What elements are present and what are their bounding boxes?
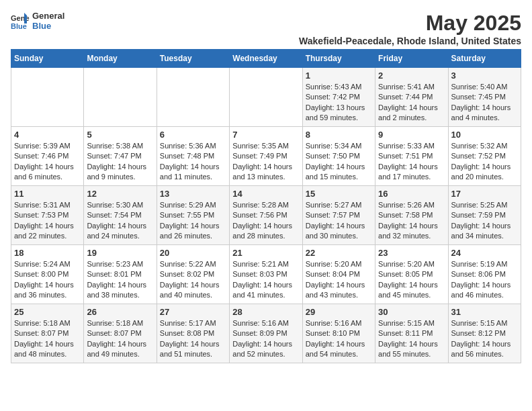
month-title: May 2025 — [299, 11, 521, 36]
day-info: Sunrise: 5:22 AMSunset: 8:02 PMDaylight:… — [160, 259, 226, 301]
day-number: 9 — [378, 130, 445, 140]
day-info: Sunrise: 5:18 AMSunset: 8:07 PMDaylight:… — [14, 318, 81, 360]
header-wednesday: Wednesday — [230, 50, 302, 68]
calendar-cell: 13Sunrise: 5:29 AMSunset: 7:55 PMDayligh… — [157, 186, 229, 245]
day-number: 7 — [232, 130, 299, 140]
day-number: 29 — [306, 307, 372, 317]
location: Wakefield-Peacedale, Rhode Island, Unite… — [299, 36, 521, 46]
calendar-cell: 28Sunrise: 5:16 AMSunset: 8:09 PMDayligh… — [230, 304, 302, 363]
calendar-cell: 4Sunrise: 5:39 AMSunset: 7:46 PMDaylight… — [11, 127, 84, 186]
day-number: 19 — [87, 248, 153, 258]
page-header: General Blue General Blue May 2025 Wakef… — [11, 11, 521, 46]
day-number: 6 — [160, 130, 226, 140]
day-number: 17 — [451, 189, 518, 199]
calendar-cell: 10Sunrise: 5:32 AMSunset: 7:52 PMDayligh… — [448, 127, 521, 186]
day-info: Sunrise: 5:35 AMSunset: 7:49 PMDaylight:… — [232, 141, 299, 183]
day-number: 16 — [378, 189, 445, 199]
calendar-cell: 23Sunrise: 5:20 AMSunset: 8:05 PMDayligh… — [375, 245, 448, 304]
week-row-1: 1Sunrise: 5:43 AMSunset: 7:42 PMDaylight… — [11, 68, 521, 127]
day-number: 11 — [14, 189, 81, 199]
calendar-cell: 21Sunrise: 5:21 AMSunset: 8:03 PMDayligh… — [230, 245, 302, 304]
calendar-cell: 2Sunrise: 5:41 AMSunset: 7:44 PMDaylight… — [375, 68, 448, 127]
day-info: Sunrise: 5:16 AMSunset: 8:10 PMDaylight:… — [306, 318, 372, 360]
day-number: 27 — [160, 307, 226, 317]
day-info: Sunrise: 5:40 AMSunset: 7:45 PMDaylight:… — [451, 82, 518, 124]
day-info: Sunrise: 5:30 AMSunset: 7:54 PMDaylight:… — [87, 200, 153, 242]
day-info: Sunrise: 5:21 AMSunset: 8:03 PMDaylight:… — [232, 259, 299, 301]
header-tuesday: Tuesday — [157, 50, 229, 68]
day-number: 15 — [306, 189, 372, 199]
calendar-cell: 20Sunrise: 5:22 AMSunset: 8:02 PMDayligh… — [157, 245, 229, 304]
week-row-4: 18Sunrise: 5:24 AMSunset: 8:00 PMDayligh… — [11, 245, 521, 304]
calendar-cell: 16Sunrise: 5:26 AMSunset: 7:58 PMDayligh… — [375, 186, 448, 245]
logo-general: General — [32, 11, 64, 21]
day-number: 24 — [451, 248, 518, 258]
week-row-5: 25Sunrise: 5:18 AMSunset: 8:07 PMDayligh… — [11, 304, 521, 363]
header-saturday: Saturday — [448, 50, 521, 68]
day-info: Sunrise: 5:25 AMSunset: 7:59 PMDaylight:… — [451, 200, 518, 242]
day-info: Sunrise: 5:29 AMSunset: 7:55 PMDaylight:… — [160, 200, 226, 242]
calendar-cell: 24Sunrise: 5:19 AMSunset: 8:06 PMDayligh… — [448, 245, 521, 304]
day-number: 21 — [232, 248, 299, 258]
day-info: Sunrise: 5:19 AMSunset: 8:06 PMDaylight:… — [451, 259, 518, 301]
header-friday: Friday — [375, 50, 448, 68]
day-number: 3 — [451, 71, 518, 81]
calendar-cell: 30Sunrise: 5:15 AMSunset: 8:11 PMDayligh… — [375, 304, 448, 363]
day-number: 14 — [232, 189, 299, 199]
header-thursday: Thursday — [302, 50, 375, 68]
calendar-cell: 31Sunrise: 5:15 AMSunset: 8:12 PMDayligh… — [448, 304, 521, 363]
day-info: Sunrise: 5:38 AMSunset: 7:47 PMDaylight:… — [87, 141, 153, 183]
calendar-cell — [230, 68, 302, 127]
title-block: May 2025 Wakefield-Peacedale, Rhode Isla… — [299, 11, 521, 46]
calendar-cell: 19Sunrise: 5:23 AMSunset: 8:01 PMDayligh… — [84, 245, 157, 304]
calendar-cell — [11, 68, 84, 127]
calendar-cell: 18Sunrise: 5:24 AMSunset: 8:00 PMDayligh… — [11, 245, 84, 304]
week-row-3: 11Sunrise: 5:31 AMSunset: 7:53 PMDayligh… — [11, 186, 521, 245]
calendar-cell: 3Sunrise: 5:40 AMSunset: 7:45 PMDaylight… — [448, 68, 521, 127]
logo: General Blue General Blue — [11, 11, 64, 31]
calendar-cell: 17Sunrise: 5:25 AMSunset: 7:59 PMDayligh… — [448, 186, 521, 245]
calendar-cell: 7Sunrise: 5:35 AMSunset: 7:49 PMDaylight… — [230, 127, 302, 186]
calendar-table: SundayMondayTuesdayWednesdayThursdayFrid… — [11, 49, 521, 363]
calendar-cell: 27Sunrise: 5:17 AMSunset: 8:08 PMDayligh… — [157, 304, 229, 363]
day-number: 13 — [160, 189, 226, 199]
day-number: 20 — [160, 248, 226, 258]
day-number: 1 — [306, 71, 372, 81]
day-info: Sunrise: 5:20 AMSunset: 8:04 PMDaylight:… — [306, 259, 372, 301]
day-number: 25 — [14, 307, 81, 317]
day-info: Sunrise: 5:16 AMSunset: 8:09 PMDaylight:… — [232, 318, 299, 360]
calendar-header-row: SundayMondayTuesdayWednesdayThursdayFrid… — [11, 50, 521, 68]
day-info: Sunrise: 5:34 AMSunset: 7:50 PMDaylight:… — [306, 141, 372, 183]
day-info: Sunrise: 5:15 AMSunset: 8:12 PMDaylight:… — [451, 318, 518, 360]
day-info: Sunrise: 5:32 AMSunset: 7:52 PMDaylight:… — [451, 141, 518, 183]
day-info: Sunrise: 5:41 AMSunset: 7:44 PMDaylight:… — [378, 82, 445, 124]
calendar-cell: 6Sunrise: 5:36 AMSunset: 7:48 PMDaylight… — [157, 127, 229, 186]
calendar-cell: 9Sunrise: 5:33 AMSunset: 7:51 PMDaylight… — [375, 127, 448, 186]
day-number: 18 — [14, 248, 81, 258]
header-sunday: Sunday — [11, 50, 84, 68]
day-number: 2 — [378, 71, 445, 81]
calendar-cell: 25Sunrise: 5:18 AMSunset: 8:07 PMDayligh… — [11, 304, 84, 363]
day-number: 26 — [87, 307, 153, 317]
day-info: Sunrise: 5:26 AMSunset: 7:58 PMDaylight:… — [378, 200, 445, 242]
calendar-cell: 15Sunrise: 5:27 AMSunset: 7:57 PMDayligh… — [302, 186, 375, 245]
day-info: Sunrise: 5:23 AMSunset: 8:01 PMDaylight:… — [87, 259, 153, 301]
day-info: Sunrise: 5:18 AMSunset: 8:07 PMDaylight:… — [87, 318, 153, 360]
day-number: 10 — [451, 130, 518, 140]
day-info: Sunrise: 5:31 AMSunset: 7:53 PMDaylight:… — [14, 200, 81, 242]
day-info: Sunrise: 5:39 AMSunset: 7:46 PMDaylight:… — [14, 141, 81, 183]
calendar-cell: 11Sunrise: 5:31 AMSunset: 7:53 PMDayligh… — [11, 186, 84, 245]
calendar-cell: 29Sunrise: 5:16 AMSunset: 8:10 PMDayligh… — [302, 304, 375, 363]
day-number: 28 — [232, 307, 299, 317]
day-number: 4 — [14, 130, 81, 140]
day-number: 5 — [87, 130, 153, 140]
calendar-cell: 5Sunrise: 5:38 AMSunset: 7:47 PMDaylight… — [84, 127, 157, 186]
calendar-cell: 12Sunrise: 5:30 AMSunset: 7:54 PMDayligh… — [84, 186, 157, 245]
header-monday: Monday — [84, 50, 157, 68]
day-number: 23 — [378, 248, 445, 258]
calendar-cell: 26Sunrise: 5:18 AMSunset: 8:07 PMDayligh… — [84, 304, 157, 363]
day-info: Sunrise: 5:24 AMSunset: 8:00 PMDaylight:… — [14, 259, 81, 301]
day-number: 30 — [378, 307, 445, 317]
calendar-cell: 14Sunrise: 5:28 AMSunset: 7:56 PMDayligh… — [230, 186, 302, 245]
day-info: Sunrise: 5:43 AMSunset: 7:42 PMDaylight:… — [306, 82, 372, 124]
